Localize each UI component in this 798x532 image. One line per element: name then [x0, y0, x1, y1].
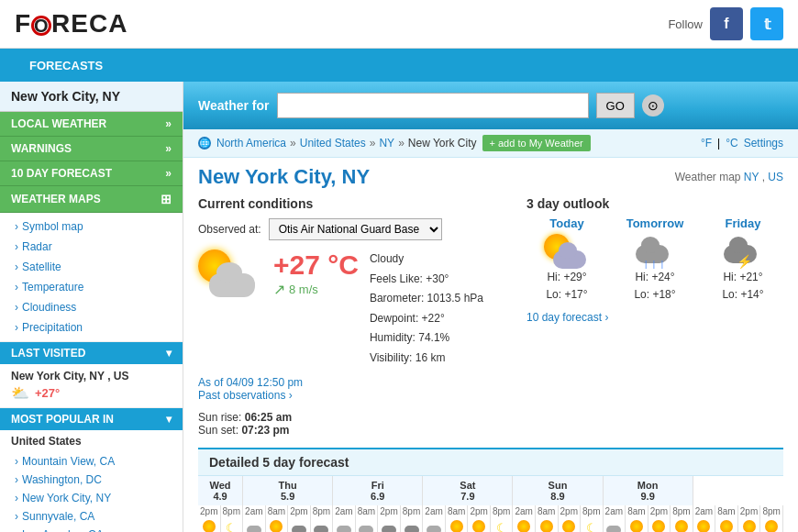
- fc-cloud-icon-5: [606, 526, 621, 532]
- weather-columns: Current conditions Observed at: Otis Air…: [183, 193, 798, 440]
- sidebar-item-radar[interactable]: Radar: [0, 237, 183, 257]
- condition-text: Cloudy: [370, 249, 483, 270]
- fc-moon-icon-2: ☾: [496, 521, 507, 532]
- fc-icon-26: [760, 517, 783, 532]
- fc-icon-8: [355, 517, 378, 532]
- fc-time-3: 2am: [243, 505, 266, 517]
- fc-icon-24: [715, 517, 738, 532]
- location-icon[interactable]: ⊙: [642, 94, 664, 116]
- settings-link[interactable]: Settings: [744, 137, 783, 150]
- sunrise: Sun rise: 06:25 am: [198, 411, 508, 424]
- sidebar-city-new-york[interactable]: New York City, NY: [0, 489, 183, 507]
- search-label: Weather for: [198, 98, 270, 113]
- sidebar-item-cloudiness[interactable]: Cloudiness: [0, 297, 183, 317]
- fc-time-24: 8am: [715, 505, 738, 517]
- sun-times: Sun rise: 06:25 am Sun set: 07:23 pm: [198, 411, 508, 437]
- sidebar-city-mountain-view[interactable]: Mountain View, CA: [0, 452, 183, 471]
- friday-label: Friday: [703, 216, 783, 230]
- sidebar-item-precipitation[interactable]: Precipitation: [0, 317, 183, 338]
- sidebar-city-washington[interactable]: Washington, DC: [0, 471, 183, 489]
- outlook-today: Today Hi: +29° Lo: +17°: [526, 216, 607, 304]
- tomorrow-rain: | | |: [645, 260, 665, 269]
- fc-cloud-icon-2: [337, 526, 351, 532]
- fc-time-10: 8pm: [400, 505, 423, 517]
- map-us-link[interactable]: US: [768, 171, 783, 183]
- fc-time-17: 2pm: [558, 505, 581, 517]
- fc-moon-icon: ☾: [226, 521, 237, 532]
- sunset: Sun set: 07:23 pm: [198, 424, 508, 437]
- cloud-element: [209, 273, 255, 297]
- fc-icon-2: ☾: [220, 517, 243, 532]
- tomorrow-icon: | | |: [632, 234, 678, 269]
- sidebar-popular-country: United States: [0, 430, 183, 452]
- sidebar-item-temperature[interactable]: Temperature: [0, 277, 183, 297]
- fc-icon-6: [310, 517, 333, 532]
- fc-time-1: 2pm: [198, 505, 220, 517]
- fc-icon-21: [648, 517, 671, 532]
- fc-sun-icon-5: [517, 520, 530, 532]
- fc-time-26: 8pm: [760, 505, 783, 517]
- forecast-time-row: 2pm 8pm 2am 8am 2pm 8pm 2am 8am 2pm 8pm …: [198, 505, 783, 517]
- fc-time-13: 2pm: [468, 505, 491, 517]
- search-input[interactable]: [277, 93, 589, 118]
- breadcrumb-bar: 🌐 North America » United States » NY » N…: [183, 129, 798, 158]
- fc-icon-9: [378, 517, 401, 532]
- weather-icon-large: [198, 249, 262, 297]
- outlook-tomorrow: Tomorrow | | | Hi: +24° Lo: +18°: [615, 216, 695, 304]
- dewpoint: Dewpoint: +22°: [370, 309, 483, 329]
- main-layout: New York City, NY LOCAL WEATHER » WARNIN…: [0, 82, 798, 532]
- fc-icon-3: [243, 517, 266, 532]
- sidebar-10day[interactable]: 10 DAY FORECAST »: [0, 161, 183, 186]
- search-go-button[interactable]: GO: [596, 93, 635, 118]
- globe-icon: 🌐: [198, 137, 211, 150]
- weather-map-links: Weather map NY , US: [675, 171, 783, 183]
- fc-icon-7: [333, 517, 356, 532]
- fc-icon-5: [288, 517, 311, 532]
- fc-time-4: 8am: [265, 505, 288, 517]
- outlook-days: Today Hi: +29° Lo: +17° Tomorrow: [526, 216, 783, 304]
- sidebar-warnings[interactable]: WARNINGS »: [0, 137, 183, 161]
- tomorrow-label: Tomorrow: [615, 216, 695, 230]
- fc-sun-icon-4: [472, 520, 485, 532]
- ten-day-link[interactable]: 10 day forecast ›: [526, 311, 783, 324]
- sidebar-item-satellite[interactable]: Satellite: [0, 257, 183, 277]
- fc-time-14: 8pm: [490, 505, 513, 517]
- fc-time-16: 8am: [535, 505, 558, 517]
- outlook-title: 3 day outlook: [526, 196, 783, 211]
- celsius-link[interactable]: °C: [726, 137, 737, 150]
- sidebar-item-symbol-map[interactable]: Symbol map: [0, 216, 183, 237]
- fc-sun-icon: [203, 520, 216, 532]
- fc-icon-4: [265, 517, 288, 532]
- fc-rain-icon-3: [382, 526, 396, 532]
- fc-time-5: 2pm: [288, 505, 311, 517]
- sidebar-visited-temp: ⛅ +27°: [11, 384, 172, 402]
- temp-unit-area: °F | °C Settings: [701, 137, 783, 150]
- fc-icon-14: ☾: [490, 517, 513, 532]
- map-ny-link[interactable]: NY: [744, 171, 759, 183]
- breadcrumb-united-states[interactable]: United States: [300, 137, 366, 150]
- past-observations-link[interactable]: Past observations ›: [198, 389, 508, 402]
- current-conditions: Current conditions Observed at: Otis Air…: [198, 196, 526, 437]
- fc-time-15: 2am: [513, 505, 536, 517]
- sidebar-visited-item[interactable]: New York City, NY , US ⛅ +27°: [0, 364, 183, 408]
- station-select[interactable]: Otis Air National Guard Base: [269, 218, 442, 240]
- fc-time-11: 2am: [423, 505, 446, 517]
- humidity: Humidity: 74.1%: [370, 328, 483, 349]
- nav-forecasts[interactable]: FORECASTS: [15, 51, 117, 80]
- breadcrumb-north-america[interactable]: North America: [216, 137, 286, 150]
- sidebar-city-sunnyvale[interactable]: Sunnyvale, CA: [0, 507, 183, 526]
- wind-display: ↗ 8 m/s: [273, 281, 359, 298]
- facebook-button[interactable]: f: [710, 7, 743, 40]
- fc-sun-icon-3: [450, 520, 463, 532]
- fahrenheit-link[interactable]: °F: [701, 137, 712, 150]
- today-label: Today: [526, 216, 607, 230]
- city-title: New York City, NY: [198, 165, 370, 189]
- nav-bar: FORECASTS: [0, 49, 798, 82]
- sidebar-weather-maps[interactable]: WEATHER MAPS ⊞: [0, 186, 183, 213]
- sidebar-local-weather[interactable]: LOCAL WEATHER »: [0, 112, 183, 137]
- sidebar-city-los-angeles[interactable]: Los Angeles, CA: [0, 526, 183, 532]
- fc-time-19: 2am: [603, 505, 626, 517]
- add-to-my-weather-button[interactable]: + add to My Weather: [482, 135, 591, 151]
- twitter-button[interactable]: 𝕥: [750, 7, 783, 40]
- breadcrumb-ny[interactable]: NY: [379, 137, 394, 150]
